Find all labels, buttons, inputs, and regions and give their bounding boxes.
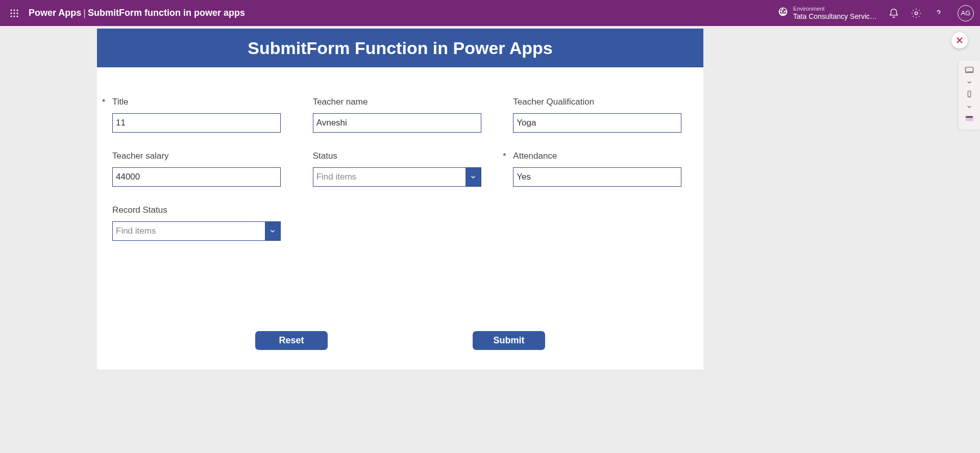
- app-name: SubmitForm function in power apps: [88, 8, 245, 18]
- svg-rect-10: [966, 67, 973, 72]
- form-buttons: Reset Submit: [97, 331, 703, 350]
- svg-point-8: [16, 15, 18, 17]
- field-title: * Title: [112, 97, 287, 133]
- svg-point-9: [915, 12, 918, 15]
- field-label: Teacher name: [313, 97, 488, 107]
- svg-point-7: [13, 15, 15, 17]
- canvas-title: SubmitForm Function in Power Apps: [248, 38, 553, 58]
- field-teacher-salary: Teacher salary: [112, 151, 287, 187]
- field-label: Record Status: [112, 205, 287, 215]
- canvas-title-bar: SubmitForm Function in Power Apps: [97, 29, 703, 67]
- environment-name: Tata Consultancy Servic…: [793, 12, 877, 20]
- svg-point-0: [10, 9, 12, 11]
- app-header: Power Apps | SubmitForm function in powe…: [0, 0, 980, 26]
- field-record-status: Record Status: [112, 205, 287, 241]
- user-avatar[interactable]: AG: [958, 5, 974, 21]
- svg-point-5: [16, 12, 18, 14]
- svg-rect-14: [966, 116, 973, 118]
- field-status: Status: [313, 151, 488, 187]
- device-preview-dock: [959, 60, 980, 130]
- status-dropdown-button[interactable]: [465, 168, 481, 186]
- field-label: Title: [112, 97, 287, 107]
- avatar-initials: AG: [961, 9, 971, 17]
- device-custom-icon[interactable]: [962, 113, 976, 124]
- teacher-salary-input[interactable]: [113, 168, 280, 186]
- globe-icon: [778, 7, 788, 19]
- svg-point-2: [16, 9, 18, 11]
- svg-point-1: [13, 9, 15, 11]
- field-label: Attendance: [513, 151, 688, 161]
- device-mobile-icon[interactable]: [962, 89, 976, 100]
- app-canvas: SubmitForm Function in Power Apps * Titl…: [97, 29, 703, 369]
- field-label: Teacher Qualification: [513, 97, 688, 107]
- field-teacher-qualification: Teacher Qualification: [513, 97, 688, 133]
- notifications-icon[interactable]: [888, 8, 899, 19]
- chevron-down-icon[interactable]: [962, 77, 976, 88]
- environment-selector[interactable]: Environment Tata Consultancy Servic…: [778, 6, 877, 20]
- record-status-dropdown-button[interactable]: [265, 222, 280, 240]
- environment-label: Environment: [793, 6, 877, 12]
- svg-point-12: [969, 96, 969, 96]
- title-input[interactable]: [113, 114, 280, 132]
- reset-button[interactable]: Reset: [255, 331, 328, 350]
- field-label: Teacher salary: [112, 151, 287, 161]
- svg-point-3: [10, 12, 12, 14]
- teacher-qualification-input[interactable]: [513, 114, 681, 132]
- status-combobox-input[interactable]: [313, 168, 465, 186]
- attendance-input[interactable]: [513, 168, 681, 186]
- field-teacher-name: Teacher name: [313, 97, 488, 133]
- record-status-combobox-input[interactable]: [113, 222, 265, 240]
- submit-button[interactable]: Submit: [473, 331, 545, 350]
- settings-icon[interactable]: [911, 8, 922, 19]
- required-asterisk: *: [102, 98, 105, 107]
- required-asterisk: *: [503, 152, 506, 161]
- app-launcher-icon[interactable]: [6, 5, 22, 21]
- teacher-name-input[interactable]: [313, 114, 481, 132]
- chevron-down-icon[interactable]: [962, 101, 976, 112]
- brand-separator: |: [83, 8, 86, 18]
- field-label: Status: [313, 151, 488, 161]
- field-attendance: * Attendance: [513, 151, 688, 187]
- device-desktop-icon[interactable]: [962, 64, 976, 76]
- form: * Title Teacher name Teacher Qualificati…: [97, 67, 703, 241]
- help-icon[interactable]: [933, 8, 944, 19]
- brand-name[interactable]: Power Apps: [29, 8, 81, 18]
- svg-point-4: [13, 12, 15, 14]
- close-preview-button[interactable]: [951, 32, 968, 48]
- svg-point-6: [10, 15, 12, 17]
